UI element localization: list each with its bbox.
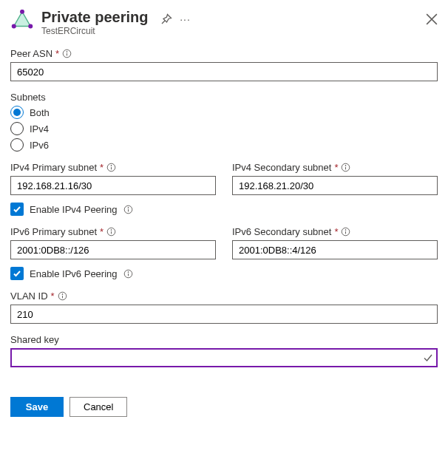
page-title: Private peering	[41, 9, 149, 26]
radio-icon	[10, 122, 24, 135]
ipv6-secondary-input[interactable]	[232, 240, 438, 259]
page-subtitle: TestERCircuit	[41, 26, 149, 36]
ipv4-secondary-label: IPv4 Secondary subnet	[232, 162, 331, 173]
shared-key-group: Shared key	[10, 334, 438, 367]
radio-label: Both	[30, 107, 50, 118]
info-icon[interactable]	[106, 227, 116, 237]
checkbox-checked-icon	[10, 267, 24, 280]
footer-actions: Save Cancel	[10, 397, 438, 417]
enable-ipv6-label: Enable IPv6 Peering	[30, 268, 118, 279]
svg-point-2	[28, 24, 33, 29]
info-icon[interactable]	[123, 205, 133, 214]
service-logo	[10, 9, 34, 33]
more-icon[interactable]: ···	[180, 13, 191, 25]
enable-ipv4-checkbox[interactable]: Enable IPv4 Peering	[10, 203, 216, 216]
info-icon[interactable]	[123, 269, 133, 279]
subnets-radio-ipv6[interactable]: IPv6	[10, 138, 438, 152]
radio-icon	[10, 106, 24, 119]
svg-point-17	[345, 230, 346, 231]
subnets-group: Subnets Both IPv4 IPv6	[10, 92, 438, 152]
ipv4-secondary-input[interactable]	[232, 176, 438, 195]
svg-point-19	[62, 294, 63, 295]
required-marker: *	[334, 226, 338, 237]
ipv4-subnet-row: IPv4 Primary subnet * Enable IPv4 Peerin…	[10, 162, 438, 216]
svg-point-5	[67, 52, 67, 52]
ipv6-subnet-row: IPv6 Primary subnet * Enable IPv6 Peerin…	[10, 226, 438, 280]
ipv4-primary-input[interactable]	[10, 176, 216, 195]
ipv6-primary-input[interactable]	[10, 240, 216, 259]
required-marker: *	[51, 290, 55, 302]
info-icon[interactable]	[341, 227, 350, 237]
subnets-radio-both[interactable]: Both	[10, 106, 438, 119]
save-button[interactable]: Save	[10, 397, 64, 417]
peer-asn-input[interactable]	[10, 62, 438, 81]
shared-key-label: Shared key	[10, 334, 59, 345]
enable-ipv4-label: Enable IPv4 Peering	[30, 204, 118, 215]
info-icon[interactable]	[62, 49, 72, 58]
ipv6-secondary-label: IPv6 Secondary subnet	[232, 226, 331, 237]
vlan-id-group: VLAN ID *	[10, 290, 438, 324]
close-icon[interactable]	[426, 13, 438, 25]
svg-point-15	[128, 271, 129, 272]
svg-point-9	[128, 207, 129, 208]
cancel-button[interactable]: Cancel	[69, 397, 127, 417]
ipv6-primary-label: IPv6 Primary subnet	[10, 226, 97, 237]
svg-point-3	[12, 24, 16, 29]
shared-key-input[interactable]	[10, 348, 438, 367]
vlan-id-input[interactable]	[10, 305, 438, 324]
peering-icon	[11, 10, 33, 32]
enable-ipv6-checkbox[interactable]: Enable IPv6 Peering	[10, 267, 216, 280]
radio-icon	[10, 138, 24, 152]
required-marker: *	[100, 162, 103, 173]
svg-point-11	[345, 166, 346, 166]
radio-label: IPv6	[30, 140, 49, 151]
required-marker: *	[100, 226, 103, 237]
blade-header: Private peering TestERCircuit ···	[10, 9, 438, 36]
ipv4-primary-label: IPv4 Primary subnet	[10, 162, 97, 173]
title-block: Private peering TestERCircuit	[41, 9, 149, 36]
subnets-radio-ipv4[interactable]: IPv4	[10, 122, 438, 135]
peer-asn-group: Peer ASN *	[10, 48, 438, 81]
radio-label: IPv4	[30, 123, 49, 135]
svg-point-1	[20, 10, 24, 14]
subnets-label: Subnets	[10, 92, 46, 103]
info-icon[interactable]	[341, 163, 350, 172]
svg-point-13	[111, 230, 112, 231]
svg-point-7	[111, 166, 112, 166]
required-marker: *	[55, 48, 59, 59]
checkbox-checked-icon	[10, 203, 24, 216]
info-icon[interactable]	[106, 163, 116, 172]
vlan-id-label: VLAN ID	[10, 290, 48, 302]
pin-icon[interactable]	[160, 13, 172, 25]
info-icon[interactable]	[58, 291, 67, 301]
peer-asn-label: Peer ASN	[10, 48, 52, 59]
required-marker: *	[334, 162, 338, 173]
